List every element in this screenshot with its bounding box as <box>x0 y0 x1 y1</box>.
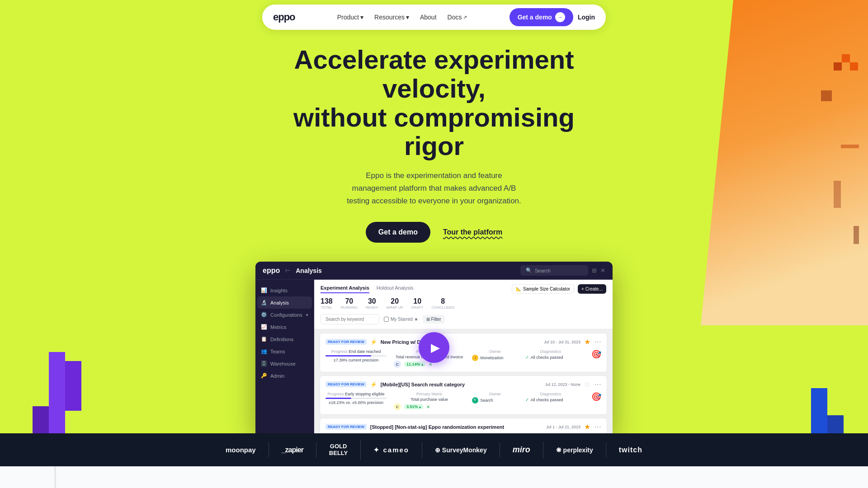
more-options-3[interactable]: ⋯ <box>594 422 601 431</box>
sidebar-item-configurations[interactable]: ⚙️ Configurations ▾ <box>255 309 314 321</box>
star-icon-1[interactable]: ★ <box>584 338 590 346</box>
teams-icon: 👥 <box>261 348 267 354</box>
collapse-icon[interactable]: ⊢ <box>285 267 290 274</box>
logo-perplexity: ❋ perplexity <box>543 443 606 457</box>
more-options-2[interactable]: ⋯ <box>594 380 601 389</box>
app-search[interactable]: 🔍Search <box>520 265 588 276</box>
insights-icon: 📊 <box>261 287 267 293</box>
logo-twitch: twitch <box>606 442 655 458</box>
logo-zapier: _zapier <box>269 442 316 458</box>
sidebar-item-definitions[interactable]: 📋 Definitions <box>255 333 314 345</box>
star-icon-3[interactable]: ★ <box>584 422 590 431</box>
nav-resources[interactable]: Resources▾ <box>374 14 409 21</box>
play-icon: ▶ <box>431 341 440 355</box>
experiment-row-3: READY FOR REVIEW [Stopped] [Non-stat-sig… <box>320 418 607 433</box>
ready-badge-3: READY FOR REVIEW <box>326 424 367 430</box>
sidebar-item-analysis[interactable]: 🔬 Analysis <box>257 296 312 309</box>
app-header-title: Analysis <box>296 267 322 274</box>
sample-size-calculator-button[interactable]: 📐Sample Size Calculator <box>512 284 574 294</box>
experiment-row-1: READY FOR REVIEW ⚡ New Pricing w/ Discou… <box>320 333 607 372</box>
definitions-icon: 📋 <box>261 336 267 342</box>
metric-badge-2: 3.51%▴ <box>404 404 424 409</box>
logo-moonpay: moonpay <box>213 442 269 457</box>
logo[interactable]: eppo <box>273 11 295 23</box>
nav-about[interactable]: About <box>420 14 437 21</box>
experiment-icon-2: ⚡ <box>370 381 377 388</box>
login-button[interactable]: Login <box>578 14 595 21</box>
experiment-date-3: Jul 1 - Jul 21, 2023 <box>546 425 580 429</box>
create-button[interactable]: + Create... <box>578 284 606 294</box>
configurations-icon: ⚙️ <box>261 312 267 318</box>
experiment-row-2: READY FOR REVIEW ⚡ [Mobile][US] Search r… <box>320 375 607 415</box>
sidebar-item-teams[interactable]: 👥 Teams <box>255 345 314 357</box>
my-starred-filter[interactable]: My Starred ★ <box>384 317 418 322</box>
experiment-name-2[interactable]: [Mobile][US] Search result category <box>381 382 465 387</box>
sidebar-item-warehouse[interactable]: 🗄️ Warehouse <box>255 357 314 370</box>
stat-wrapup: 20 WRAP UP <box>387 297 403 310</box>
tab-experiment-analysis[interactable]: Experiment Analysis <box>321 285 369 293</box>
sidebar-item-insights[interactable]: 📊 Insights <box>255 284 314 296</box>
get-demo-button[interactable]: Get a demo → <box>509 8 573 26</box>
stat-draft: 10 DRAFT <box>411 297 424 310</box>
experiment-name-3[interactable]: [Stopped] [Non-stat-sig] Eppo randomizat… <box>370 424 504 430</box>
sidebar-item-admin[interactable]: 🔑 Admin <box>255 370 314 382</box>
experiment-icon-1: ⚡ <box>370 339 377 345</box>
ready-badge-2: READY FOR REVIEW <box>326 381 367 387</box>
warehouse-icon: 🗄️ <box>261 361 267 366</box>
tab-holdout-analysis[interactable]: Holdout Analysis <box>377 285 413 293</box>
tour-platform-link[interactable]: Tour the platform <box>443 228 502 236</box>
stat-concluded: 8 CONCLUDED <box>431 297 454 310</box>
filter-button[interactable]: ⊞ Filter <box>423 315 445 324</box>
stat-ready: 30 READY <box>366 297 378 310</box>
hero-demo-button[interactable]: Get a demo <box>366 222 430 243</box>
logo-surveymonkey: ⊕ SurveyMonkey <box>422 443 500 457</box>
star-icon-2[interactable]: ☆ <box>584 380 590 389</box>
admin-icon: 🔑 <box>261 373 267 379</box>
sidebar-item-metrics[interactable]: 📈 Metrics <box>255 321 314 333</box>
experiment-date-1: Jul 10 - Jul 31, 2023 <box>544 340 580 344</box>
nav-product[interactable]: Product▾ <box>337 14 363 21</box>
stat-total: 138 TOTAL <box>321 297 333 310</box>
hero-subtitle: Eppo is the experimentation and feature … <box>344 169 524 207</box>
metrics-icon: 📈 <box>261 324 267 330</box>
logo-cameo: ✦ cameo <box>361 442 422 458</box>
logo-goldbelly: GOLDBELLY <box>316 440 361 460</box>
play-button[interactable]: ▶ <box>419 332 449 363</box>
experiment-date-2: Jul 12, 2023 - None <box>545 382 580 387</box>
logo-miro: miro <box>500 441 543 458</box>
ready-badge-1: READY FOR REVIEW <box>326 339 367 345</box>
stat-running: 70 RUNNING <box>341 297 358 310</box>
nav-docs[interactable]: Docs↗ <box>448 14 467 21</box>
app-logo: eppo <box>263 267 280 275</box>
metric-badge-1: 11.14%▴ <box>404 361 426 367</box>
hero-title: Accelerate experiment velocity, without … <box>280 45 588 160</box>
search-keyword-input[interactable] <box>321 314 379 324</box>
analysis-icon: 🔬 <box>261 300 267 305</box>
more-options-1[interactable]: ⋯ <box>594 338 601 346</box>
